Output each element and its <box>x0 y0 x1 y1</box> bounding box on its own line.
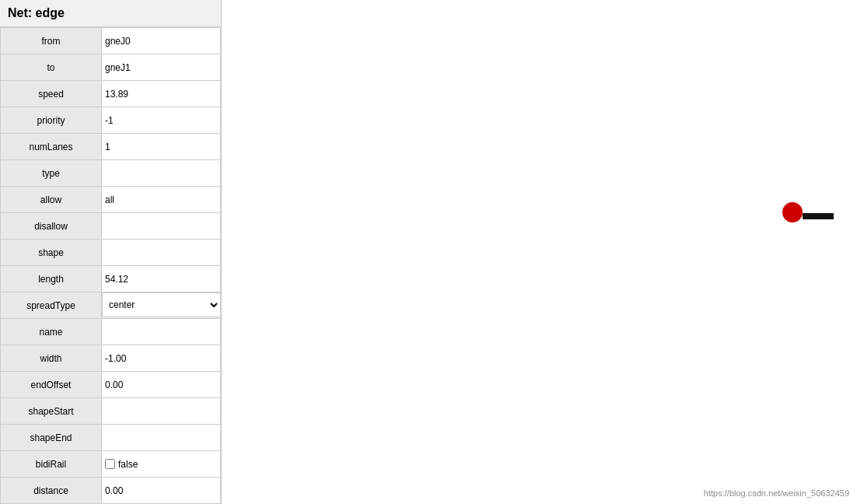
table-row: priority <box>1 107 221 134</box>
prop-label-type: type <box>1 160 102 187</box>
prop-value-width[interactable] <box>102 345 221 372</box>
table-row: speed <box>1 81 221 107</box>
table-row: type <box>1 160 221 187</box>
input-shapeStart[interactable] <box>102 404 220 418</box>
prop-label-name: name <box>1 319 102 345</box>
input-type[interactable] <box>102 166 220 180</box>
properties-scroll-area[interactable]: fromtospeedprioritynumLanestypeallowdisa… <box>0 27 221 504</box>
prop-value-shape[interactable] <box>102 240 221 266</box>
prop-value-priority[interactable] <box>102 107 221 134</box>
input-speed[interactable] <box>102 87 220 101</box>
prop-label-allow: allow <box>1 187 102 213</box>
input-width[interactable] <box>102 352 220 366</box>
prop-label-from: from <box>1 28 102 54</box>
prop-label-shape: shape <box>1 240 102 266</box>
table-row: distance <box>1 478 221 504</box>
prop-value-allow[interactable] <box>102 187 221 213</box>
prop-label-bidiRail: bidiRail <box>1 451 102 478</box>
input-to[interactable] <box>102 61 220 75</box>
prop-value-spreadType[interactable]: centerrightroadCenter <box>102 292 221 317</box>
table-row: allow <box>1 187 221 213</box>
right-panel: https://blog.csdn.net/weixin_50632459 <box>222 0 857 504</box>
prop-value-numLanes[interactable] <box>102 134 221 160</box>
input-name[interactable] <box>102 325 220 339</box>
left-panel: Net: edge fromtospeedprioritynumLanestyp… <box>0 0 222 504</box>
prop-label-to: to <box>1 54 102 81</box>
input-length[interactable] <box>102 272 220 286</box>
main-container: Net: edge fromtospeedprioritynumLanestyp… <box>0 0 857 504</box>
panel-title: Net: edge <box>0 0 221 27</box>
prop-label-width: width <box>1 345 102 372</box>
prop-value-to[interactable] <box>102 54 221 81</box>
canvas-area: https://blog.csdn.net/weixin_50632459 <box>222 0 857 504</box>
table-row: numLanes <box>1 134 221 160</box>
prop-value-shapeEnd[interactable] <box>102 425 221 451</box>
watermark-text: https://blog.csdn.net/weixin_50632459 <box>704 488 849 498</box>
prop-label-numLanes: numLanes <box>1 134 102 160</box>
input-priority[interactable] <box>102 114 220 128</box>
input-disallow[interactable] <box>102 219 220 233</box>
table-row: from <box>1 28 221 54</box>
table-row: shapeEnd <box>1 425 221 451</box>
table-row: width <box>1 345 221 372</box>
table-row: name <box>1 319 221 345</box>
properties-table: fromtospeedprioritynumLanestypeallowdisa… <box>0 27 221 504</box>
prop-value-bidiRail[interactable]: false <box>102 451 221 478</box>
checkbox-bidiRail[interactable] <box>105 459 115 469</box>
table-row: shape <box>1 240 221 266</box>
table-row: to <box>1 54 221 81</box>
prop-value-speed[interactable] <box>102 81 221 107</box>
input-shape[interactable] <box>102 246 220 260</box>
input-shapeEnd[interactable] <box>102 431 220 445</box>
table-row: bidiRailfalse <box>1 451 221 478</box>
input-numLanes[interactable] <box>102 140 220 154</box>
table-row: spreadTypecenterrightroadCenter <box>1 292 221 319</box>
prop-value-disallow[interactable] <box>102 213 221 240</box>
prop-label-spreadType: spreadType <box>1 292 102 319</box>
table-row: endOffset <box>1 372 221 398</box>
prop-value-length[interactable] <box>102 266 221 292</box>
prop-label-disallow: disallow <box>1 213 102 240</box>
prop-label-priority: priority <box>1 107 102 134</box>
prop-value-distance[interactable] <box>102 478 221 504</box>
checkbox-label-bidiRail: false <box>118 459 138 470</box>
spreadtype-select[interactable]: centerrightroadCenter <box>103 293 220 317</box>
prop-label-speed: speed <box>1 81 102 107</box>
table-row: disallow <box>1 213 221 240</box>
prop-value-name[interactable] <box>102 319 221 345</box>
input-endOffset[interactable] <box>102 378 220 392</box>
prop-label-shapeEnd: shapeEnd <box>1 425 102 451</box>
checkbox-container-bidiRail: false <box>102 459 220 470</box>
prop-value-endOffset[interactable] <box>102 372 221 398</box>
prop-label-shapeStart: shapeStart <box>1 398 102 425</box>
table-row: shapeStart <box>1 398 221 425</box>
input-allow[interactable] <box>102 193 220 207</box>
prop-label-length: length <box>1 266 102 292</box>
prop-value-shapeStart[interactable] <box>102 398 221 425</box>
prop-label-endOffset: endOffset <box>1 372 102 398</box>
black-bar-marker <box>803 213 834 219</box>
prop-value-from[interactable] <box>102 28 221 54</box>
prop-value-type[interactable] <box>102 160 221 187</box>
prop-label-distance: distance <box>1 478 102 504</box>
input-from[interactable] <box>102 34 220 48</box>
input-distance[interactable] <box>102 484 220 498</box>
red-dot-marker <box>782 202 803 222</box>
table-row: length <box>1 266 221 292</box>
